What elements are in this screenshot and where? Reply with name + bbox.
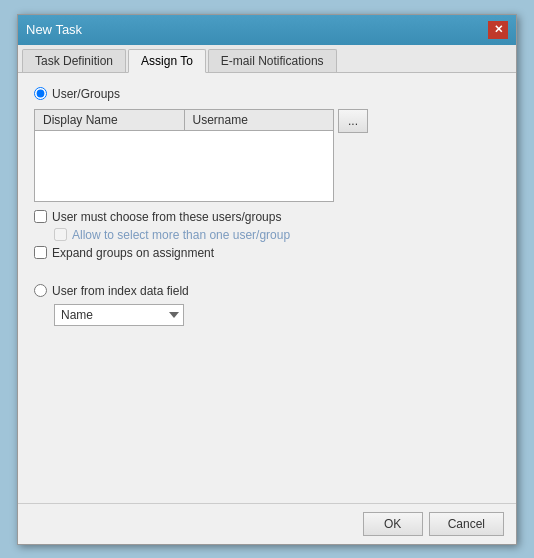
expand-groups-checkbox[interactable]: [34, 246, 47, 259]
allow-more-checkbox[interactable]: [54, 228, 67, 241]
expand-groups-row: Expand groups on assignment: [34, 246, 500, 260]
must-choose-checkbox[interactable]: [34, 210, 47, 223]
must-choose-row: User must choose from these users/groups: [34, 210, 500, 224]
col-display-name: Display Name: [35, 110, 185, 130]
tab-assign-to[interactable]: Assign To: [128, 49, 206, 73]
title-bar: New Task ✕: [18, 15, 516, 45]
allow-more-label: Allow to select more than one user/group: [72, 228, 290, 242]
tab-bar: Task Definition Assign To E-mail Notific…: [18, 45, 516, 73]
index-field-label: User from index data field: [52, 284, 189, 298]
index-field-section: User from index data field Name: [34, 284, 500, 326]
browse-button[interactable]: ...: [338, 109, 368, 133]
must-choose-label: User must choose from these users/groups: [52, 210, 281, 224]
dialog-footer: OK Cancel: [18, 503, 516, 544]
dropdown-wrapper: Name: [54, 304, 500, 326]
index-field-dropdown[interactable]: Name: [54, 304, 184, 326]
user-groups-label: User/Groups: [52, 87, 120, 101]
col-username: Username: [185, 110, 334, 130]
table-container: Display Name Username ...: [34, 109, 500, 202]
index-field-radio-row: User from index data field: [34, 284, 500, 298]
allow-more-row: Allow to select more than one user/group: [54, 228, 500, 242]
dialog-window: New Task ✕ Task Definition Assign To E-m…: [17, 14, 517, 545]
close-button[interactable]: ✕: [488, 21, 508, 39]
tab-task-definition[interactable]: Task Definition: [22, 49, 126, 72]
users-table: Display Name Username: [34, 109, 334, 202]
user-groups-radio[interactable]: [34, 87, 47, 100]
user-groups-radio-row: User/Groups: [34, 87, 500, 101]
dialog-body: User/Groups Display Name Username ... Us…: [18, 73, 516, 503]
tab-email-notifications[interactable]: E-mail Notifications: [208, 49, 337, 72]
dialog-title: New Task: [26, 22, 82, 37]
cancel-button[interactable]: Cancel: [429, 512, 504, 536]
index-field-radio[interactable]: [34, 284, 47, 297]
ok-button[interactable]: OK: [363, 512, 423, 536]
table-header: Display Name Username: [35, 110, 333, 131]
expand-groups-label: Expand groups on assignment: [52, 246, 214, 260]
table-body: [35, 131, 333, 201]
